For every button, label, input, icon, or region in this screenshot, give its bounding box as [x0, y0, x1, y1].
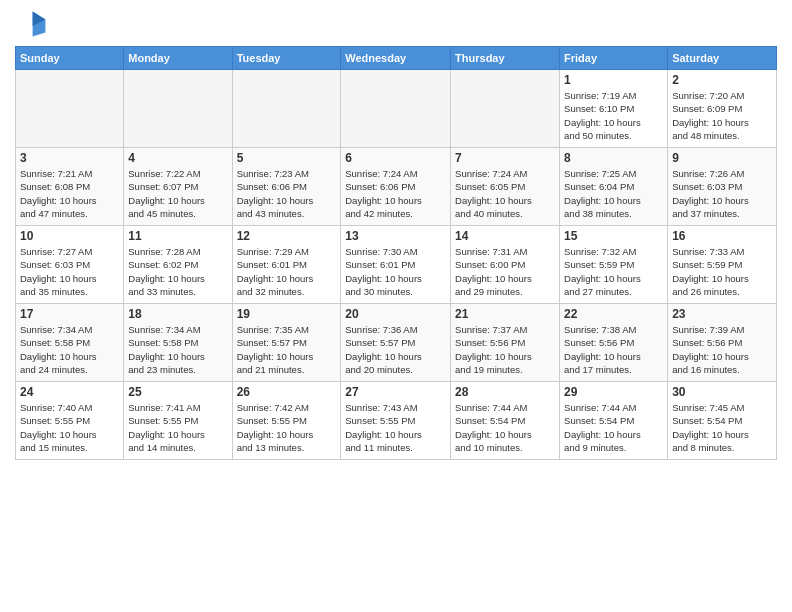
day-number: 14	[455, 229, 555, 243]
day-info: Sunrise: 7:40 AM Sunset: 5:55 PM Dayligh…	[20, 401, 119, 454]
day-info: Sunrise: 7:24 AM Sunset: 6:05 PM Dayligh…	[455, 167, 555, 220]
day-number: 30	[672, 385, 772, 399]
day-number: 2	[672, 73, 772, 87]
day-info: Sunrise: 7:44 AM Sunset: 5:54 PM Dayligh…	[564, 401, 663, 454]
calendar-table: SundayMondayTuesdayWednesdayThursdayFrid…	[15, 46, 777, 460]
calendar-cell: 16Sunrise: 7:33 AM Sunset: 5:59 PM Dayli…	[668, 226, 777, 304]
day-number: 8	[564, 151, 663, 165]
day-number: 7	[455, 151, 555, 165]
calendar-cell: 18Sunrise: 7:34 AM Sunset: 5:58 PM Dayli…	[124, 304, 232, 382]
day-info: Sunrise: 7:30 AM Sunset: 6:01 PM Dayligh…	[345, 245, 446, 298]
calendar-cell: 25Sunrise: 7:41 AM Sunset: 5:55 PM Dayli…	[124, 382, 232, 460]
day-number: 15	[564, 229, 663, 243]
calendar-cell: 3Sunrise: 7:21 AM Sunset: 6:08 PM Daylig…	[16, 148, 124, 226]
calendar-week-4: 17Sunrise: 7:34 AM Sunset: 5:58 PM Dayli…	[16, 304, 777, 382]
calendar-header-thursday: Thursday	[451, 47, 560, 70]
calendar-cell: 1Sunrise: 7:19 AM Sunset: 6:10 PM Daylig…	[560, 70, 668, 148]
calendar-cell	[341, 70, 451, 148]
calendar-cell	[232, 70, 341, 148]
day-number: 20	[345, 307, 446, 321]
day-info: Sunrise: 7:33 AM Sunset: 5:59 PM Dayligh…	[672, 245, 772, 298]
day-info: Sunrise: 7:25 AM Sunset: 6:04 PM Dayligh…	[564, 167, 663, 220]
calendar-header-tuesday: Tuesday	[232, 47, 341, 70]
calendar-cell: 19Sunrise: 7:35 AM Sunset: 5:57 PM Dayli…	[232, 304, 341, 382]
day-number: 19	[237, 307, 337, 321]
day-info: Sunrise: 7:28 AM Sunset: 6:02 PM Dayligh…	[128, 245, 227, 298]
day-number: 3	[20, 151, 119, 165]
day-number: 22	[564, 307, 663, 321]
day-info: Sunrise: 7:36 AM Sunset: 5:57 PM Dayligh…	[345, 323, 446, 376]
page: SundayMondayTuesdayWednesdayThursdayFrid…	[0, 0, 792, 470]
calendar-cell: 11Sunrise: 7:28 AM Sunset: 6:02 PM Dayli…	[124, 226, 232, 304]
day-info: Sunrise: 7:45 AM Sunset: 5:54 PM Dayligh…	[672, 401, 772, 454]
calendar-cell: 26Sunrise: 7:42 AM Sunset: 5:55 PM Dayli…	[232, 382, 341, 460]
day-number: 12	[237, 229, 337, 243]
day-info: Sunrise: 7:35 AM Sunset: 5:57 PM Dayligh…	[237, 323, 337, 376]
day-info: Sunrise: 7:23 AM Sunset: 6:06 PM Dayligh…	[237, 167, 337, 220]
day-info: Sunrise: 7:27 AM Sunset: 6:03 PM Dayligh…	[20, 245, 119, 298]
day-number: 9	[672, 151, 772, 165]
day-info: Sunrise: 7:32 AM Sunset: 5:59 PM Dayligh…	[564, 245, 663, 298]
day-number: 4	[128, 151, 227, 165]
day-number: 17	[20, 307, 119, 321]
day-number: 29	[564, 385, 663, 399]
calendar-cell	[124, 70, 232, 148]
calendar-cell: 28Sunrise: 7:44 AM Sunset: 5:54 PM Dayli…	[451, 382, 560, 460]
calendar-week-3: 10Sunrise: 7:27 AM Sunset: 6:03 PM Dayli…	[16, 226, 777, 304]
day-number: 16	[672, 229, 772, 243]
calendar-header-wednesday: Wednesday	[341, 47, 451, 70]
calendar-cell: 21Sunrise: 7:37 AM Sunset: 5:56 PM Dayli…	[451, 304, 560, 382]
day-number: 23	[672, 307, 772, 321]
day-number: 10	[20, 229, 119, 243]
day-number: 28	[455, 385, 555, 399]
header	[15, 10, 777, 38]
calendar-cell: 5Sunrise: 7:23 AM Sunset: 6:06 PM Daylig…	[232, 148, 341, 226]
day-info: Sunrise: 7:42 AM Sunset: 5:55 PM Dayligh…	[237, 401, 337, 454]
logo-icon	[15, 10, 47, 38]
day-number: 6	[345, 151, 446, 165]
day-number: 1	[564, 73, 663, 87]
day-number: 26	[237, 385, 337, 399]
calendar-header-row: SundayMondayTuesdayWednesdayThursdayFrid…	[16, 47, 777, 70]
calendar-cell: 4Sunrise: 7:22 AM Sunset: 6:07 PM Daylig…	[124, 148, 232, 226]
day-info: Sunrise: 7:31 AM Sunset: 6:00 PM Dayligh…	[455, 245, 555, 298]
calendar-cell: 23Sunrise: 7:39 AM Sunset: 5:56 PM Dayli…	[668, 304, 777, 382]
day-info: Sunrise: 7:24 AM Sunset: 6:06 PM Dayligh…	[345, 167, 446, 220]
day-info: Sunrise: 7:21 AM Sunset: 6:08 PM Dayligh…	[20, 167, 119, 220]
day-info: Sunrise: 7:29 AM Sunset: 6:01 PM Dayligh…	[237, 245, 337, 298]
calendar-cell: 14Sunrise: 7:31 AM Sunset: 6:00 PM Dayli…	[451, 226, 560, 304]
calendar-cell: 30Sunrise: 7:45 AM Sunset: 5:54 PM Dayli…	[668, 382, 777, 460]
calendar-header-sunday: Sunday	[16, 47, 124, 70]
logo	[15, 10, 51, 38]
day-number: 5	[237, 151, 337, 165]
calendar-week-1: 1Sunrise: 7:19 AM Sunset: 6:10 PM Daylig…	[16, 70, 777, 148]
day-number: 27	[345, 385, 446, 399]
calendar-cell: 6Sunrise: 7:24 AM Sunset: 6:06 PM Daylig…	[341, 148, 451, 226]
day-info: Sunrise: 7:22 AM Sunset: 6:07 PM Dayligh…	[128, 167, 227, 220]
day-number: 11	[128, 229, 227, 243]
calendar-header-saturday: Saturday	[668, 47, 777, 70]
day-info: Sunrise: 7:20 AM Sunset: 6:09 PM Dayligh…	[672, 89, 772, 142]
calendar-cell: 12Sunrise: 7:29 AM Sunset: 6:01 PM Dayli…	[232, 226, 341, 304]
calendar-header-monday: Monday	[124, 47, 232, 70]
day-info: Sunrise: 7:41 AM Sunset: 5:55 PM Dayligh…	[128, 401, 227, 454]
day-number: 25	[128, 385, 227, 399]
calendar-cell: 24Sunrise: 7:40 AM Sunset: 5:55 PM Dayli…	[16, 382, 124, 460]
calendar-cell: 15Sunrise: 7:32 AM Sunset: 5:59 PM Dayli…	[560, 226, 668, 304]
calendar-cell: 9Sunrise: 7:26 AM Sunset: 6:03 PM Daylig…	[668, 148, 777, 226]
day-info: Sunrise: 7:37 AM Sunset: 5:56 PM Dayligh…	[455, 323, 555, 376]
day-info: Sunrise: 7:43 AM Sunset: 5:55 PM Dayligh…	[345, 401, 446, 454]
calendar-cell: 17Sunrise: 7:34 AM Sunset: 5:58 PM Dayli…	[16, 304, 124, 382]
calendar-cell: 27Sunrise: 7:43 AM Sunset: 5:55 PM Dayli…	[341, 382, 451, 460]
calendar-cell: 13Sunrise: 7:30 AM Sunset: 6:01 PM Dayli…	[341, 226, 451, 304]
calendar-cell: 2Sunrise: 7:20 AM Sunset: 6:09 PM Daylig…	[668, 70, 777, 148]
calendar-cell: 8Sunrise: 7:25 AM Sunset: 6:04 PM Daylig…	[560, 148, 668, 226]
day-number: 13	[345, 229, 446, 243]
day-info: Sunrise: 7:19 AM Sunset: 6:10 PM Dayligh…	[564, 89, 663, 142]
calendar-week-5: 24Sunrise: 7:40 AM Sunset: 5:55 PM Dayli…	[16, 382, 777, 460]
day-number: 21	[455, 307, 555, 321]
day-info: Sunrise: 7:34 AM Sunset: 5:58 PM Dayligh…	[20, 323, 119, 376]
calendar-cell: 10Sunrise: 7:27 AM Sunset: 6:03 PM Dayli…	[16, 226, 124, 304]
day-info: Sunrise: 7:38 AM Sunset: 5:56 PM Dayligh…	[564, 323, 663, 376]
calendar-cell: 29Sunrise: 7:44 AM Sunset: 5:54 PM Dayli…	[560, 382, 668, 460]
